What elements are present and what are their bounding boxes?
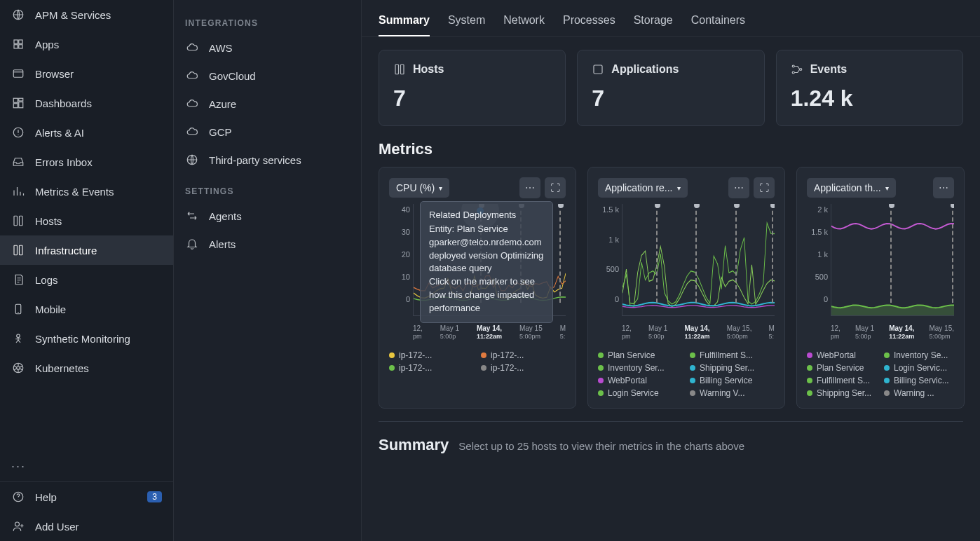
summary-section: Summary Select up to 25 hosts to view th… bbox=[379, 421, 963, 454]
secondary-item-third-party-services[interactable]: Third-party services bbox=[174, 146, 361, 174]
x-axis: 12,pmMay 15:00pMay 14,11:22amMay 155:00p… bbox=[389, 322, 566, 341]
tabs-bar: SummarySystemNetworkProcessesStorageCont… bbox=[362, 0, 980, 37]
nav-item-synthetic-monitoring[interactable]: Synthetic Monitoring bbox=[0, 324, 173, 353]
metric-selector[interactable]: Application th... ▾ bbox=[807, 178, 896, 198]
tab-containers[interactable]: Containers bbox=[691, 8, 745, 36]
tab-system[interactable]: System bbox=[448, 8, 485, 36]
nav-item-kubernetes[interactable]: Kubernetes bbox=[0, 353, 173, 383]
tab-network[interactable]: Network bbox=[503, 8, 545, 36]
cloud-icon bbox=[185, 41, 199, 55]
cloud-icon bbox=[185, 97, 199, 111]
secondary-item-gcp[interactable]: GCP bbox=[174, 118, 361, 146]
svg-rect-23 bbox=[401, 64, 404, 74]
plot-area[interactable] bbox=[831, 204, 954, 316]
nav-badge: 3 bbox=[147, 491, 162, 502]
nav-item-label: Dashboards bbox=[35, 97, 92, 109]
legend-item[interactable]: Shipping Ser... bbox=[690, 363, 775, 373]
legend-item[interactable]: ip-172-... bbox=[389, 350, 474, 360]
secondary-item-agents[interactable]: Agents bbox=[174, 202, 361, 230]
chart-body[interactable]: 1.5 k1 k5000 bbox=[598, 204, 775, 316]
hosts-icon bbox=[11, 214, 25, 228]
nav-item-browser[interactable]: Browser bbox=[0, 59, 173, 88]
mobile-icon bbox=[11, 302, 25, 316]
svg-rect-5 bbox=[13, 70, 23, 78]
tab-processes[interactable]: Processes bbox=[563, 8, 615, 36]
nav-item-metrics-events[interactable]: Metrics & Events bbox=[0, 177, 173, 206]
legend-item[interactable]: Warning ... bbox=[884, 388, 954, 398]
nav-item-label: Errors Inbox bbox=[35, 156, 93, 168]
nav-item-label: Apps bbox=[35, 39, 59, 50]
legend-item[interactable]: Plan Service bbox=[807, 363, 877, 373]
legend-item[interactable]: Fulfillment S... bbox=[690, 350, 775, 360]
stat-card-applications[interactable]: Applications 7 bbox=[577, 50, 764, 126]
secondary-item-govcloud[interactable]: GovCloud bbox=[174, 62, 361, 90]
legend-item[interactable]: Shipping Ser... bbox=[807, 388, 877, 398]
tab-storage[interactable]: Storage bbox=[634, 8, 673, 36]
deployment-tooltip[interactable]: Related Deployments Entity: Plan Service… bbox=[420, 201, 553, 323]
legend-item[interactable]: ip-172-... bbox=[389, 363, 474, 373]
svg-rect-1 bbox=[14, 40, 18, 43]
nav-item-label: Kubernetes bbox=[35, 362, 89, 374]
nav-item-hosts[interactable]: Hosts bbox=[0, 206, 173, 235]
inbox-icon bbox=[11, 155, 25, 169]
metric-menu-button[interactable]: ⋯ bbox=[933, 177, 954, 198]
secondary-nav: INTEGRATIONS AWS GovCloud Azure GCP Thir… bbox=[174, 0, 362, 541]
metric-menu-button[interactable]: ⋯ bbox=[519, 177, 540, 198]
y-axis: 2 k1.5 k1 k5000 bbox=[807, 204, 831, 316]
nav-item-alerts-ai[interactable]: Alerts & AI bbox=[0, 118, 173, 147]
nav-footer-add-user[interactable]: Add User bbox=[0, 512, 173, 541]
x-axis: 12,pmMay 15:00pMay 14,11:22amMay 15,5:00… bbox=[598, 322, 775, 341]
secondary-heading: SETTINGS bbox=[174, 174, 361, 202]
chart-body[interactable]: 2 k1.5 k1 k5000 bbox=[807, 204, 954, 316]
cloud-icon bbox=[185, 125, 199, 139]
stat-card-hosts[interactable]: Hosts 7 bbox=[379, 50, 566, 126]
nav-footer-help[interactable]: Help 3 bbox=[0, 482, 173, 512]
nav-item-mobile[interactable]: Mobile bbox=[0, 294, 173, 324]
stat-card-events[interactable]: Events 1.24 k bbox=[776, 50, 963, 126]
secondary-item-azure[interactable]: Azure bbox=[174, 90, 361, 118]
nav-item-dashboards[interactable]: Dashboards bbox=[0, 88, 173, 118]
chevron-down-icon: ▾ bbox=[677, 184, 681, 192]
legend-item[interactable]: ip-172-... bbox=[481, 363, 566, 373]
secondary-item-alerts[interactable]: Alerts bbox=[174, 230, 361, 258]
legend-item[interactable]: WebPortal bbox=[598, 376, 683, 385]
bars-icon bbox=[11, 184, 25, 198]
metric-menu-button[interactable]: ⋯ bbox=[728, 177, 749, 198]
stat-label: Hosts bbox=[413, 63, 444, 76]
legend-item[interactable]: ip-172-... bbox=[481, 350, 566, 360]
metric-selector-label: Application re... bbox=[605, 182, 673, 193]
stat-value: 7 bbox=[393, 85, 551, 111]
metric-selector[interactable]: CPU (%) ▾ bbox=[389, 178, 449, 198]
nav-item-apps[interactable]: Apps bbox=[0, 29, 173, 59]
nav-item-label: Browser bbox=[35, 68, 74, 80]
secondary-item-aws[interactable]: AWS bbox=[174, 34, 361, 62]
stat-label: Applications bbox=[611, 63, 679, 76]
svg-rect-3 bbox=[14, 45, 18, 48]
nav-item-errors-inbox[interactable]: Errors Inbox bbox=[0, 147, 173, 177]
tab-summary[interactable]: Summary bbox=[379, 8, 430, 36]
legend-item[interactable]: Inventory Se... bbox=[884, 350, 954, 360]
metric-selector[interactable]: Application re... ▾ bbox=[598, 178, 688, 198]
nav-item-label: Synthetic Monitoring bbox=[35, 333, 130, 345]
nav-item-infrastructure[interactable]: Infrastructure bbox=[0, 235, 173, 265]
nav-item-logs[interactable]: Logs bbox=[0, 265, 173, 294]
expand-icon[interactable]: ⛶ bbox=[545, 177, 566, 198]
svg-point-20 bbox=[15, 522, 20, 526]
legend-item[interactable]: Billing Servic... bbox=[884, 376, 954, 385]
legend-item[interactable]: Billing Service bbox=[690, 376, 775, 385]
nav-more[interactable]: ··· bbox=[0, 451, 173, 481]
legend-item[interactable]: Plan Service bbox=[598, 350, 683, 360]
legend-item[interactable]: Login Servic... bbox=[884, 363, 954, 373]
legend-item[interactable]: Warning V... bbox=[690, 388, 775, 398]
nav-item-apm-services[interactable]: APM & Services bbox=[0, 0, 173, 29]
plot-area[interactable] bbox=[622, 204, 775, 316]
svg-point-16 bbox=[17, 334, 20, 338]
secondary-item-label: GovCloud bbox=[209, 70, 256, 82]
legend-item[interactable]: Login Service bbox=[598, 388, 683, 398]
expand-icon[interactable]: ⛶ bbox=[754, 177, 775, 198]
legend-item[interactable]: Inventory Ser... bbox=[598, 363, 683, 373]
legend-item[interactable]: Fulfillment S... bbox=[807, 376, 877, 385]
hosts-icon bbox=[393, 63, 406, 76]
legend-item[interactable]: WebPortal bbox=[807, 350, 877, 360]
metric-selector-label: Application th... bbox=[814, 182, 881, 193]
